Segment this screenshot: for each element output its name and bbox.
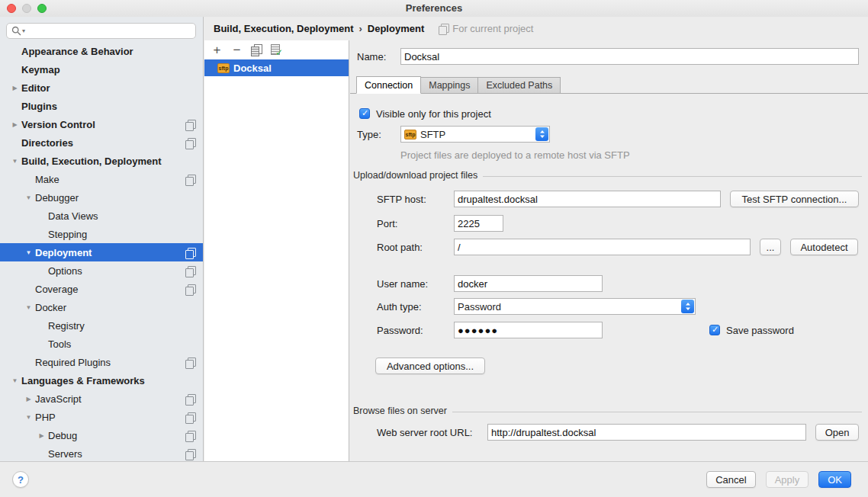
sidebar-item-version-control[interactable]: ▶Version Control <box>0 115 203 133</box>
search-input[interactable]: ▾ <box>6 23 196 39</box>
tab-mappings[interactable]: Mappings <box>420 77 478 94</box>
advanced-options-button[interactable]: Advanced options... <box>375 358 485 374</box>
sidebar-item-directories[interactable]: Directories <box>0 133 203 152</box>
chevron-down-icon[interactable]: ▼ <box>22 194 35 201</box>
test-sftp-connection-button[interactable]: Test SFTP connection... <box>730 191 859 207</box>
type-value: SFTP <box>420 129 445 140</box>
project-level-icon <box>185 175 195 184</box>
sidebar-item-javascript[interactable]: ▶JavaScript <box>0 390 203 408</box>
dropdown-stepper-icon[interactable] <box>681 300 694 313</box>
project-level-icon <box>185 120 195 130</box>
sftp-host-label: SFTP host: <box>377 194 454 205</box>
dropdown-stepper-icon[interactable] <box>535 127 548 141</box>
sidebar-item-tools[interactable]: Tools <box>0 335 203 353</box>
sidebar-item-plugins[interactable]: Plugins <box>0 97 203 115</box>
chevron-right-icon[interactable]: ▶ <box>35 432 48 439</box>
use-as-default-icon[interactable] <box>269 44 281 56</box>
sidebar-item-deployment[interactable]: ▼Deployment <box>0 243 203 261</box>
settings-tree: Appearance & Behavior Keymap ▶Editor Plu… <box>0 42 203 461</box>
project-level-icon <box>185 431 195 441</box>
sidebar-item-stepping[interactable]: Stepping <box>0 225 203 243</box>
sidebar-item-make[interactable]: Make <box>0 170 203 188</box>
deployment-form: Name: Connection Mappings Excluded Paths… <box>350 40 868 461</box>
add-server-button[interactable]: + <box>211 43 223 56</box>
sidebar-item-editor[interactable]: ▶Editor <box>0 79 203 97</box>
chevron-down-icon[interactable]: ▼ <box>22 249 35 256</box>
user-name-field[interactable] <box>454 275 603 292</box>
save-password-label: Save password <box>726 325 794 336</box>
sidebar-item-appearance-behavior[interactable]: Appearance & Behavior <box>0 42 203 60</box>
server-list-item[interactable]: sftp Docksal <box>204 59 349 76</box>
upload-section-header: Upload/download project files <box>353 169 862 181</box>
sidebar-item-debug[interactable]: ▶Debug <box>0 426 203 444</box>
sidebar-item-keymap[interactable]: Keymap <box>0 60 203 79</box>
sftp-server-icon: sftp <box>217 63 230 73</box>
breadcrumb-parent[interactable]: Build, Execution, Deployment <box>214 23 353 34</box>
titlebar: Preferences <box>0 0 868 17</box>
auth-type-value: Password <box>458 301 501 313</box>
sidebar-item-servers[interactable]: Servers <box>0 444 203 463</box>
web-root-field[interactable] <box>487 424 806 441</box>
sidebar-item-registry[interactable]: Registry <box>0 316 203 335</box>
visible-only-checkbox[interactable] <box>359 108 370 119</box>
auth-type-dropdown[interactable]: Password <box>454 298 696 315</box>
ok-button[interactable]: OK <box>818 471 851 488</box>
content-header: Build, Execution, Deployment › Deploymen… <box>204 17 868 40</box>
help-button[interactable]: ? <box>12 471 29 488</box>
name-label: Name: <box>357 51 400 63</box>
auth-type-label: Auth type: <box>377 301 454 313</box>
chevron-down-icon[interactable]: ▼ <box>8 158 21 165</box>
search-icon <box>11 26 21 36</box>
scope-label: For current project <box>452 23 533 34</box>
tab-excluded-paths[interactable]: Excluded Paths <box>477 77 561 94</box>
autodetect-button[interactable]: Autodetect <box>790 239 858 255</box>
copy-server-icon[interactable] <box>250 44 262 56</box>
tab-strip: Connection Mappings Excluded Paths <box>350 75 868 94</box>
open-button[interactable]: Open <box>815 424 859 441</box>
sidebar-item-docker[interactable]: ▼Docker <box>0 298 203 316</box>
project-level-icon <box>185 266 195 276</box>
sidebar-item-coverage[interactable]: Coverage <box>0 280 203 298</box>
root-path-label: Root path: <box>377 242 454 253</box>
settings-sidebar: ▾ Appearance & Behavior Keymap ▶Editor P… <box>0 17 204 461</box>
web-root-label: Web server root URL: <box>377 427 487 438</box>
root-path-field[interactable] <box>454 239 751 255</box>
server-name: Docksal <box>233 63 272 74</box>
cancel-button[interactable]: Cancel <box>706 471 755 488</box>
sidebar-item-options[interactable]: Options <box>0 261 203 280</box>
scope-indicator: For current project <box>439 23 533 34</box>
sftp-host-field[interactable] <box>454 191 721 207</box>
project-level-icon <box>185 248 195 258</box>
sidebar-item-debugger[interactable]: ▼Debugger <box>0 188 203 207</box>
chevron-down-icon[interactable]: ▼ <box>8 377 21 384</box>
project-level-icon <box>185 138 195 148</box>
breadcrumb-separator: › <box>358 23 362 34</box>
section-divider <box>452 412 862 412</box>
name-field[interactable] <box>400 48 859 65</box>
port-field[interactable] <box>454 215 503 232</box>
browse-root-path-button[interactable]: ... <box>760 239 781 255</box>
project-level-icon <box>185 284 195 294</box>
remove-server-button[interactable]: − <box>230 43 243 56</box>
chevron-down-icon[interactable]: ▼ <box>22 414 35 421</box>
sidebar-item-languages-frameworks[interactable]: ▼Languages & Frameworks <box>0 371 203 390</box>
section-divider <box>483 176 862 177</box>
save-password-checkbox[interactable] <box>709 325 720 335</box>
user-name-label: User name: <box>377 278 454 290</box>
chevron-right-icon[interactable]: ▶ <box>22 396 35 402</box>
chevron-down-icon[interactable]: ▼ <box>22 304 35 311</box>
password-field[interactable] <box>454 322 603 338</box>
chevron-right-icon[interactable]: ▶ <box>8 85 21 91</box>
breadcrumb-current: Deployment <box>368 23 424 34</box>
search-options-caret-icon[interactable]: ▾ <box>22 27 25 34</box>
type-hint: Project files are deployed to a remote h… <box>400 149 630 161</box>
sidebar-item-required-plugins[interactable]: Required Plugins <box>0 353 203 371</box>
sidebar-item-php[interactable]: ▼PHP <box>0 408 203 426</box>
project-level-icon <box>185 449 195 459</box>
type-dropdown[interactable]: sftp SFTP <box>400 126 550 143</box>
chevron-right-icon[interactable]: ▶ <box>8 121 21 128</box>
tab-connection[interactable]: Connection <box>356 76 421 94</box>
dialog-footer: ? Cancel Apply OK <box>0 461 868 497</box>
sidebar-item-data-views[interactable]: Data Views <box>0 207 203 225</box>
sidebar-item-build-execution-deployment[interactable]: ▼Build, Execution, Deployment <box>0 152 203 170</box>
